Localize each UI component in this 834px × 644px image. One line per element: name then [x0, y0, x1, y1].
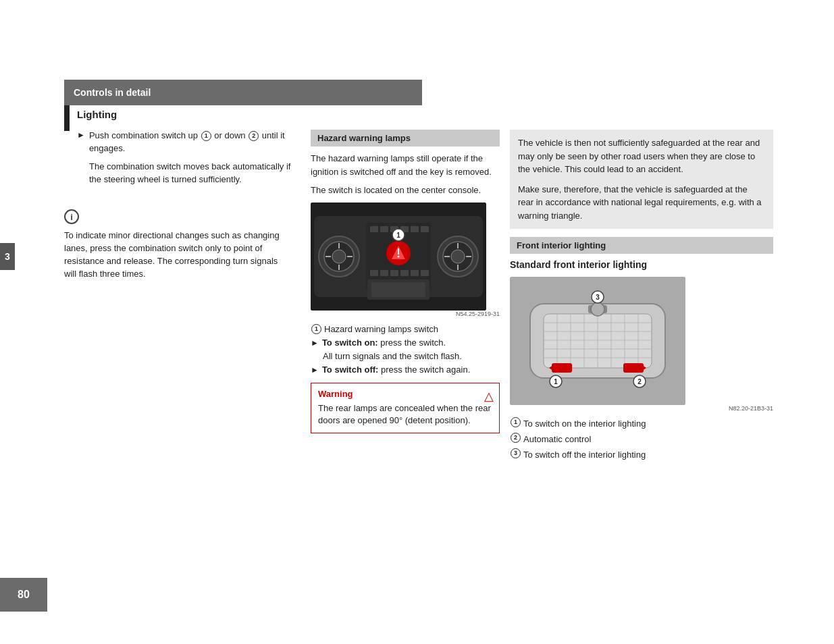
- circle-1: 1: [201, 131, 211, 141]
- svg-text:2: 2: [637, 378, 642, 385]
- gray-box-para1: The vehicle is then not sufficiently saf…: [518, 136, 765, 176]
- bullet-text-1: Push combination switch up 1 or down 2 u…: [89, 130, 293, 155]
- hazard-caption-text-1: Hazard warning lamps switch: [324, 324, 438, 334]
- switch-on-text: To switch on: press the switch.: [322, 338, 446, 348]
- middle-column: Hazard warning lamps The hazard warning …: [311, 130, 500, 433]
- hazard-para-1: The hazard warning lamps still operate i…: [311, 152, 500, 178]
- svg-point-11: [451, 250, 465, 263]
- interior-circle-2: 2: [511, 433, 521, 443]
- warning-title: Warning: [318, 389, 492, 399]
- hazard-circle-1: 1: [311, 324, 321, 334]
- bullet-arrow-1: ►: [77, 130, 85, 140]
- right-column: The vehicle is then not sufficiently saf…: [510, 130, 773, 463]
- interior-caption-text-1: To switch on the interior lighting: [523, 417, 646, 431]
- svg-point-26: [398, 255, 400, 257]
- svg-rect-21: [411, 226, 419, 232]
- chapter-number: 3: [5, 251, 10, 262]
- page-number: 80: [18, 589, 30, 601]
- hazard-section-header: Hazard warning lamps: [311, 130, 500, 146]
- header-bar: Controls in detail: [64, 80, 422, 105]
- chapter-tab: 3: [0, 243, 15, 270]
- svg-text:3: 3: [596, 294, 600, 301]
- interior-caption-2: 2 Automatic control: [510, 433, 773, 447]
- svg-rect-22: [421, 226, 429, 232]
- section-accent: [64, 105, 70, 131]
- svg-text:1: 1: [396, 232, 400, 239]
- info-section: i To indicate minor directional changes …: [64, 209, 287, 280]
- interior-caption-text-2: Automatic control: [523, 433, 591, 447]
- svg-rect-31: [390, 270, 398, 276]
- gray-info-box: The vehicle is then not sufficiently saf…: [510, 130, 773, 229]
- front-lighting-header: Front interior lighting: [510, 237, 773, 254]
- left-column: ► Push combination switch up 1 or down 2…: [77, 130, 293, 192]
- interior-circle-3: 3: [511, 448, 521, 458]
- all-signals-text: All turn signals and the switch flash.: [323, 351, 500, 361]
- info-icon: i: [64, 209, 79, 224]
- standard-heading: Standard front interior lighting: [510, 259, 773, 270]
- switch-off-bullet: ► To switch off: press the switch again.: [311, 365, 500, 375]
- interior-caption-3: 3 To switch off the interior lighting: [510, 448, 773, 462]
- on-arrow: ►: [311, 338, 319, 348]
- svg-rect-33: [411, 270, 419, 276]
- bullet-item-1: ► Push combination switch up 1 or down 2…: [77, 130, 293, 155]
- svg-rect-29: [370, 270, 378, 276]
- continuation-text: The combination switch moves back automa…: [89, 161, 293, 186]
- interior-image-label: N82.20-21B3-31: [510, 405, 773, 412]
- page-number-tab: 80: [0, 578, 47, 612]
- gray-box-para2: Make sure, therefore, that the vehicle i…: [518, 183, 765, 223]
- off-arrow: ►: [311, 365, 319, 375]
- interior-caption-list: 1 To switch on the interior lighting 2 A…: [510, 417, 773, 462]
- svg-point-53: [591, 302, 604, 316]
- hazard-caption-1: 1 Hazard warning lamps switch: [311, 324, 500, 334]
- page-container: Controls in detail Lighting ► Push combi…: [0, 0, 834, 644]
- svg-rect-30: [380, 270, 388, 276]
- interior-light-image: 3 1 2: [510, 277, 685, 405]
- console-image-label: N54.25-2919-31: [311, 311, 500, 317]
- svg-rect-32: [400, 270, 409, 276]
- hazard-para-2: The switch is located on the center cons…: [311, 184, 500, 197]
- info-text: To indicate minor directional changes su…: [64, 230, 287, 280]
- svg-rect-34: [421, 270, 429, 276]
- lighting-heading: Lighting: [77, 109, 117, 120]
- interior-caption-text-3: To switch off the interior lighting: [523, 448, 646, 462]
- svg-text:1: 1: [554, 378, 558, 385]
- svg-rect-17: [370, 226, 378, 232]
- interior-circle-1: 1: [511, 417, 521, 427]
- switch-on-bullet: ► To switch on: press the switch.: [311, 338, 500, 348]
- interior-caption-1: 1 To switch on the interior lighting: [510, 417, 773, 431]
- circle-2: 2: [249, 131, 259, 141]
- svg-point-4: [332, 250, 346, 263]
- warning-triangle-icon: △: [484, 389, 494, 404]
- warning-text: The rear lamps are concealed when the re…: [318, 402, 492, 428]
- svg-rect-18: [380, 226, 388, 232]
- switch-off-text: To switch off: press the switch again.: [322, 365, 470, 375]
- console-image: 1: [311, 203, 486, 311]
- svg-rect-36: [371, 282, 425, 297]
- header-title: Controls in detail: [74, 87, 151, 98]
- warning-box: Warning △ The rear lamps are concealed w…: [311, 383, 500, 434]
- mid-bullets: ► To switch on: press the switch. All tu…: [311, 338, 500, 375]
